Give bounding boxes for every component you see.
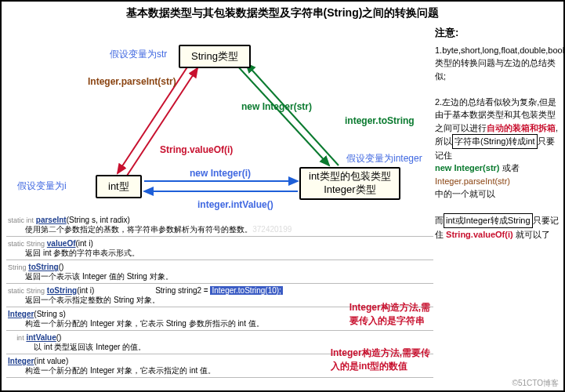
lbl-tostring: integer.toString [345,115,415,126]
lbl-assume-i: 假设变量为i [17,180,67,193]
side-heading: 注意: [435,25,560,41]
box-string: String类型 [179,45,251,68]
mnote1: Integer构造方法,需要传入的是字符串 [350,301,430,328]
lbl-newint-str: new Integer(str) [241,101,312,112]
side-notes: 注意: 1.byte,short,long,float,double,boole… [435,25,560,241]
box-integer-l2: Integer类型 [309,183,391,197]
box-int: int型 [96,175,142,198]
lbl-newint-i: new Integer(i) [190,168,251,179]
box-integer: int类型的包装类型 Integer类型 [299,167,400,200]
side-p2: 2.左边的总结看似较为复杂,但是由于基本数据类型和其包装类型之间可以进行自动的装… [435,96,560,162]
lbl-parseint: Integer.parseInt(str) [88,76,176,87]
lbl-valueof: String.valueOf(i) [160,144,233,155]
mnote2: Integer构造方法,需要传入的是int型的数值 [331,347,430,373]
diagram: String类型 int型 int类型的包装类型 Integer类型 假设变量为… [2,23,433,211]
lbl-assume-str: 假设变量为str [110,48,167,61]
lbl-assume-integer: 假设变量为integer [346,152,422,165]
svg-line-3 [246,64,339,165]
footer-watermark: ©51CTO博客 [512,378,559,389]
box-integer-l1: int类型的包装类型 [309,170,391,183]
side-p4: 而int或Integer转成String只要记住 String.valueOf(… [435,213,560,241]
lbl-intvalue: integer.intValue() [197,199,273,210]
side-p1: 1.byte,short,long,float,double,boolean类型… [435,44,560,83]
svg-line-2 [237,65,329,165]
method-list: static int parseInt(String s, int radix)… [6,213,433,379]
page-title: 基本数据类型与其包装数据类型及字符串(String)之间的转换问题 [2,2,563,23]
side-p3: new Integer(str) 或者Integer.parseInt(str)… [435,162,560,201]
